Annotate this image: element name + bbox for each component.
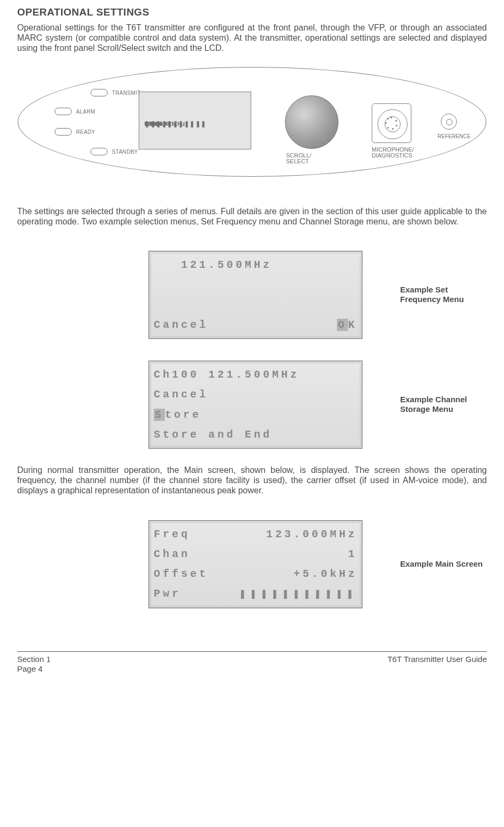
ex3-l4-right: ❚❚❚❚❚❚❚❚❚❚❚ <box>239 587 357 600</box>
example-channel-storage-lcd: Ch100 121.500MHz Cancel Store Store and … <box>148 360 363 449</box>
ex3-l4-left: Pwr <box>154 588 181 600</box>
ex1-caption: Example Set Frequency Menu <box>400 285 487 305</box>
front-panel-diagram: TRANSMIT ALARM READY STANDBY Freq123.000… <box>18 67 486 177</box>
standby-led-icon <box>91 148 108 155</box>
reference-jack[interactable] <box>441 114 457 130</box>
jack-label-line2: DIAGNOSTICS <box>372 152 412 159</box>
after-paragraph: During normal transmitter operation, the… <box>17 465 487 496</box>
ex3-l1-left: Freq <box>154 528 190 540</box>
example-main-screen-lcd: Freq123.000MHz Chan1 Offset+5.0kHz Pwr❚❚… <box>148 520 363 608</box>
alarm-label: ALARM <box>76 109 95 115</box>
ex2-store-and-end[interactable]: Store and End <box>154 428 272 441</box>
footer-doc-title: T6T Transmitter User Guide <box>387 655 487 675</box>
ex2-caption: Example Channel Storage Menu <box>400 395 487 415</box>
intro-paragraph: Operational settings for the T6T transmi… <box>17 22 487 54</box>
scroll-select-knob[interactable] <box>285 95 338 149</box>
ex3-l2-right: 1 <box>348 548 357 560</box>
ex1-ok-rest: K <box>348 319 357 331</box>
transmit-led-icon <box>91 89 108 96</box>
ex2-store[interactable]: Store <box>154 409 201 421</box>
mid-paragraph: The settings are selected through a seri… <box>17 206 487 227</box>
ex3-caption: Example Main Screen <box>400 559 487 569</box>
ex2-store-cursor: S <box>154 409 165 421</box>
ex1-ok-cursor: O <box>337 319 348 331</box>
ex3-l2-left: Chan <box>154 548 190 560</box>
ex1-cancel[interactable]: Cancel <box>154 319 208 331</box>
page-title: OPERATIONAL SETTINGS <box>17 6 487 18</box>
footer-page: Page 4 <box>17 664 43 673</box>
ex3-l3-right: +5.0kHz <box>294 568 357 580</box>
footer-section: Section 1 <box>17 655 51 664</box>
ex1-line1: 121.500MHz <box>154 259 272 271</box>
example-set-frequency-lcd: 121.500MHz Cancel OK <box>148 251 363 339</box>
standby-label: STANDBY <box>112 149 138 155</box>
panel-outline: TRANSMIT ALARM READY STANDBY Freq123.000… <box>18 67 486 177</box>
panel-lcd: Freq123.000MHz Chan1 Offset+5.0kHz Pwr❚❚… <box>139 92 251 149</box>
page-footer: Section 1 Page 4 T6T Transmitter User Gu… <box>17 651 487 675</box>
ex3-l1-right: 123.000MHz <box>266 528 357 540</box>
ex2-line1: Ch100 121.500MHz <box>154 369 299 381</box>
ex2-store-rest: tore <box>165 409 201 421</box>
ex2-cancel[interactable]: Cancel <box>154 388 208 401</box>
ex1-ok[interactable]: OK <box>337 319 357 331</box>
panel-lcd-l4-right: ❚❚❚❚❚❚❚❚❚❚❚ <box>145 121 207 127</box>
transmit-label: TRANSMIT <box>112 90 141 96</box>
alarm-led-icon <box>55 108 72 115</box>
ready-led-icon <box>55 128 72 136</box>
jack-pins-icon <box>386 117 397 129</box>
ready-label: READY <box>76 129 95 135</box>
knob-label-line2: SELECT <box>286 158 309 164</box>
reference-label: REFERENCE <box>438 133 471 139</box>
ex3-l3-left: Offset <box>154 568 208 580</box>
